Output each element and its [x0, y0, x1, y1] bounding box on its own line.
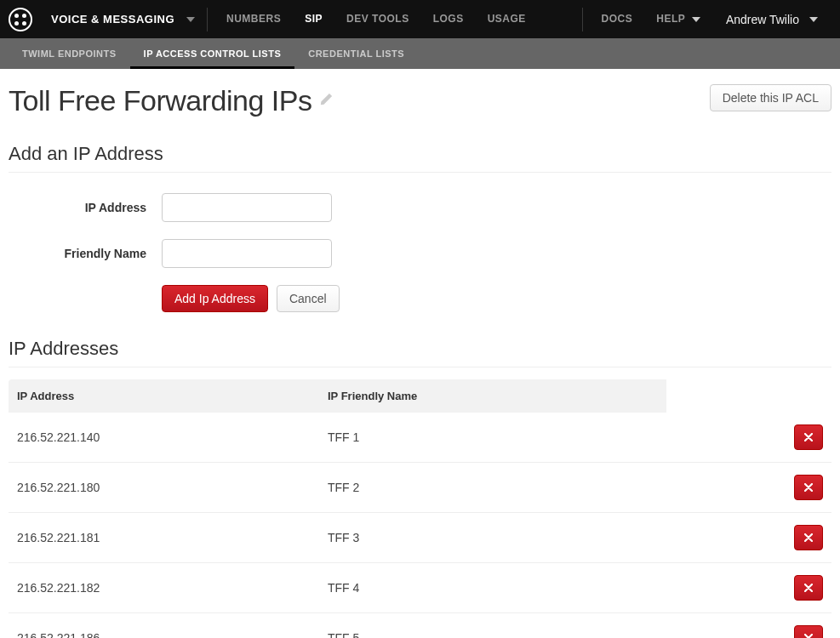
close-icon: [804, 483, 813, 492]
cell-friendly-name: TFF 3: [319, 513, 666, 563]
close-icon: [804, 634, 813, 638]
cell-friendly-name: TFF 4: [319, 563, 666, 613]
nav-link-dev-tools[interactable]: DEV TOOLS: [334, 0, 421, 38]
pencil-icon[interactable]: [320, 94, 332, 109]
nav-link-sip[interactable]: SIP: [293, 0, 334, 38]
ip-address-label: IP Address: [9, 201, 162, 214]
friendly-name-label: Friendly Name: [9, 247, 162, 260]
chevron-down-icon: [809, 17, 818, 22]
chevron-down-icon[interactable]: [186, 17, 195, 22]
cell-ip: 216.52.221.182: [9, 563, 319, 613]
add-ip-heading: Add an IP Address: [9, 143, 831, 173]
cell-ip: 216.52.221.186: [9, 613, 319, 639]
page-content: Toll Free Forwarding IPs Delete this IP …: [0, 69, 840, 638]
delete-row-button[interactable]: [794, 424, 823, 450]
cell-ip: 216.52.221.140: [9, 413, 319, 463]
nav-product-section[interactable]: VOICE & MESSAGING: [44, 13, 181, 26]
tab-twiml-endpoints[interactable]: TWIML ENDPOINTS: [9, 38, 130, 69]
nav-user-name: Andrew Twilio: [726, 13, 799, 26]
delete-row-button[interactable]: [794, 525, 823, 550]
table-row: 216.52.221.180TFF 2: [9, 463, 831, 513]
ip-address-input[interactable]: [162, 193, 332, 222]
delete-row-button[interactable]: [794, 475, 823, 500]
nav-links: NUMBERSSIPDEV TOOLSLOGSUSAGE: [214, 0, 538, 38]
tab-credential-lists[interactable]: CREDENTIAL LISTS: [294, 38, 418, 69]
top-nav: VOICE & MESSAGING NUMBERSSIPDEV TOOLSLOG…: [0, 0, 840, 38]
cell-ip: 216.52.221.181: [9, 513, 319, 563]
close-icon: [804, 433, 813, 441]
chevron-down-icon: [692, 17, 700, 22]
table-row: 216.52.221.140TFF 1: [9, 413, 831, 463]
cell-friendly-name: TFF 1: [319, 413, 666, 463]
col-header-ip: IP Address: [9, 379, 319, 413]
nav-help[interactable]: HELP: [644, 0, 717, 38]
page-title-text: Toll Free Forwarding IPs: [9, 84, 311, 117]
close-icon: [804, 533, 813, 542]
ip-address-tbody: 216.52.221.140TFF 1216.52.221.180TFF 221…: [9, 413, 831, 638]
delete-ip-acl-button[interactable]: Delete this IP ACL: [710, 84, 831, 111]
table-row: 216.52.221.182TFF 4: [9, 563, 831, 613]
add-ip-form: IP Address Friendly Name Add Ip Address …: [9, 193, 831, 312]
cell-friendly-name: TFF 2: [319, 463, 666, 513]
tab-ip-access-control-lists[interactable]: IP ACCESS CONTROL LISTS: [130, 38, 295, 69]
ip-addresses-heading: IP Addresses: [9, 338, 831, 367]
ip-address-table: IP Address IP Friendly Name 216.52.221.1…: [9, 379, 831, 638]
cancel-button[interactable]: Cancel: [277, 285, 340, 312]
add-ip-address-button[interactable]: Add Ip Address: [162, 285, 268, 312]
nav-user-menu[interactable]: Andrew Twilio: [717, 13, 831, 26]
nav-docs[interactable]: DOCS: [590, 0, 645, 38]
table-row: 216.52.221.186TFF 5: [9, 613, 831, 639]
col-header-name: IP Friendly Name: [319, 379, 666, 413]
close-icon: [804, 584, 813, 592]
nav-link-logs[interactable]: LOGS: [421, 0, 476, 38]
cell-ip: 216.52.221.180: [9, 463, 319, 513]
nav-help-label: HELP: [656, 13, 685, 25]
delete-row-button[interactable]: [794, 575, 823, 601]
cell-friendly-name: TFF 5: [319, 613, 666, 639]
friendly-name-input[interactable]: [162, 239, 332, 268]
nav-link-usage[interactable]: USAGE: [476, 0, 538, 38]
logo-icon[interactable]: [9, 8, 32, 31]
sub-nav: TWIML ENDPOINTSIP ACCESS CONTROL LISTSCR…: [0, 38, 840, 69]
page-title: Toll Free Forwarding IPs: [9, 84, 332, 117]
delete-row-button[interactable]: [794, 625, 823, 638]
table-row: 216.52.221.181TFF 3: [9, 513, 831, 563]
nav-link-numbers[interactable]: NUMBERS: [214, 0, 293, 38]
